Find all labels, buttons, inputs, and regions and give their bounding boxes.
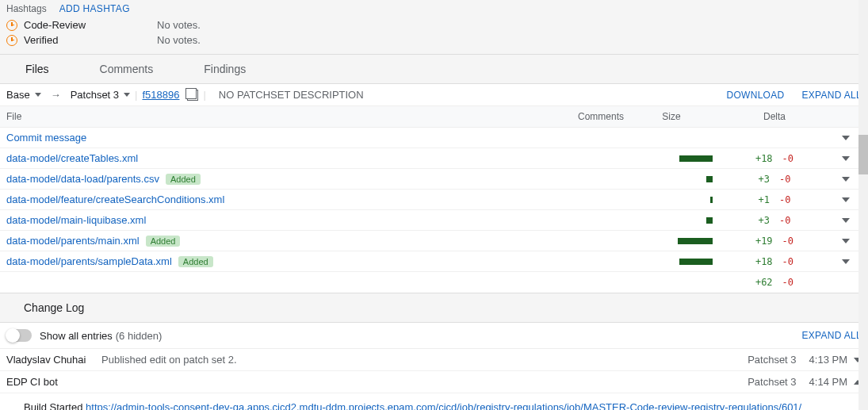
tab-findings[interactable]: Findings <box>178 55 271 83</box>
chevron-down-icon <box>124 93 130 97</box>
expand-row[interactable] <box>830 239 862 243</box>
chevron-down-icon <box>842 136 850 140</box>
col-comments: Comments <box>529 111 624 122</box>
vote-label-status: No votes. <box>157 34 201 46</box>
size-bar <box>624 197 719 203</box>
tabs: FilesCommentsFindings <box>0 55 868 84</box>
log-body: Build Started https://admin-tools-consen… <box>0 393 868 410</box>
file-row: data-model/data-load/parents.csvAdded+3-… <box>0 169 868 190</box>
arrow-icon: → <box>46 89 66 101</box>
added-badge: Added <box>178 256 213 267</box>
sha-link[interactable]: f518896 <box>142 89 179 101</box>
no-patchset-description: NO PATCHSET DESCRIPTION <box>219 89 364 101</box>
chevron-down-icon <box>842 218 850 223</box>
file-link[interactable]: data-model/feature/createSearchCondition… <box>6 194 529 205</box>
log-patchset: Patchset 3 <box>748 376 796 388</box>
expand-all-log-button[interactable]: EXPAND ALL <box>802 330 862 341</box>
log-author: Vladyslav Chuhai <box>6 354 101 366</box>
chevron-down-icon <box>842 239 850 243</box>
file-link[interactable]: Commit message <box>6 132 529 144</box>
expand-row[interactable] <box>830 136 862 140</box>
download-button[interactable]: DOWNLOAD <box>726 90 784 101</box>
chevron-down-icon <box>35 93 41 97</box>
clock-icon <box>6 35 17 46</box>
add-hashtag-button[interactable]: ADD HASHTAG <box>59 3 130 14</box>
chevron-down-icon <box>842 197 850 202</box>
col-delta: Delta <box>719 111 830 122</box>
tab-files[interactable]: Files <box>0 55 75 83</box>
size-bar <box>624 217 719 224</box>
expand-all-button[interactable]: EXPAND ALL <box>802 90 862 101</box>
file-row: data-model/parents/main.xmlAdded+19-0 <box>0 231 868 251</box>
patchset-dropdown[interactable]: Patchset 3 <box>71 89 130 101</box>
file-link[interactable]: data-model/parents/main.xmlAdded <box>6 235 529 247</box>
hidden-count: (6 hidden) <box>116 330 163 342</box>
col-file: File <box>6 111 529 122</box>
log-entry[interactable]: EDP CI botPatchset 34:14 PM <box>0 371 868 393</box>
expand-row[interactable] <box>830 259 862 264</box>
clock-icon <box>6 20 17 31</box>
chevron-down-icon <box>842 259 850 264</box>
size-bar <box>624 176 719 182</box>
file-row: Commit message <box>0 128 868 148</box>
log-time: 4:13 PM <box>809 354 847 366</box>
delta: +19-0 <box>719 236 830 247</box>
file-row: data-model/createTables.xml+18-0 <box>0 148 868 169</box>
file-row: data-model/main-liquibase.xml+3-0 <box>0 210 868 231</box>
delta: +18-0 <box>719 153 830 164</box>
tab-comments[interactable]: Comments <box>75 55 179 83</box>
log-time: 4:14 PM <box>809 376 847 388</box>
file-table-header: File Comments Size Delta <box>0 106 868 128</box>
delta: +3-0 <box>719 215 830 226</box>
scrollbar[interactable] <box>858 0 868 410</box>
vote-label-name: Code-Review <box>24 19 151 31</box>
expand-row[interactable] <box>830 218 862 223</box>
log-message: Published edit on patch set 2. <box>101 354 748 366</box>
delta: +18-0 <box>719 256 830 267</box>
file-row: data-model/parents/sampleData.xmlAdded+1… <box>0 251 868 272</box>
file-row: data-model/feature/createSearchCondition… <box>0 190 868 210</box>
hashtags-label: Hashtags <box>6 3 47 14</box>
chevron-down-icon <box>842 156 850 161</box>
copy-icon[interactable] <box>187 90 198 101</box>
file-link[interactable]: data-model/data-load/parents.csvAdded <box>6 173 529 185</box>
scrollbar-thumb[interactable] <box>858 135 868 174</box>
expand-row[interactable] <box>830 156 862 161</box>
size-bar <box>624 238 719 244</box>
expand-row[interactable] <box>830 197 862 202</box>
changelog-header: Change Log <box>0 293 868 323</box>
added-badge: Added <box>166 174 201 185</box>
expand-row[interactable] <box>830 177 862 182</box>
delta: +1-0 <box>719 194 830 205</box>
log-author: EDP CI bot <box>6 376 101 388</box>
file-link[interactable]: data-model/parents/sampleData.xmlAdded <box>6 255 529 267</box>
size-bar <box>624 155 719 162</box>
vote-label-status: No votes. <box>157 19 201 31</box>
totals: +62-0 <box>719 277 830 288</box>
delta: +3-0 <box>719 174 830 185</box>
added-badge: Added <box>146 236 181 247</box>
show-all-label: Show all entries <box>40 330 113 342</box>
log-entry[interactable]: Vladyslav ChuhaiPublished edit on patch … <box>0 349 868 371</box>
files-toolbar: Base → Patchset 3 | f518896 | NO PATCHSE… <box>0 84 868 106</box>
log-patchset: Patchset 3 <box>748 354 796 366</box>
file-link[interactable]: data-model/main-liquibase.xml <box>6 214 529 226</box>
col-size: Size <box>624 111 719 122</box>
build-link[interactable]: https://admin-tools-consent-dev-qa.apps.… <box>86 401 801 410</box>
file-link[interactable]: data-model/createTables.xml <box>6 152 529 164</box>
vote-label-name: Verified <box>24 34 151 46</box>
chevron-down-icon <box>842 177 850 182</box>
size-bar <box>624 259 719 265</box>
show-all-toggle[interactable] <box>6 329 32 342</box>
base-dropdown[interactable]: Base <box>6 89 41 101</box>
